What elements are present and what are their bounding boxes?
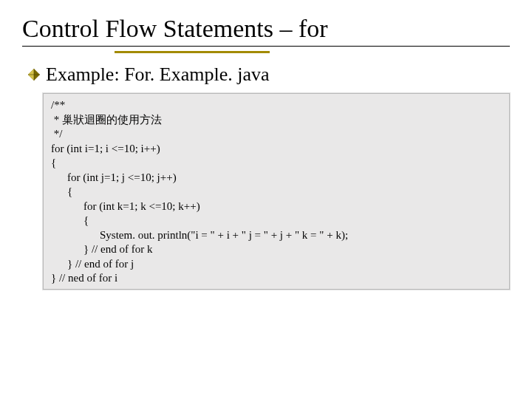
title-underline <box>22 46 510 47</box>
slide: Control Flow Statements – for Example: F… <box>0 0 532 399</box>
code-line: { <box>51 185 502 200</box>
code-line: /** <box>51 98 502 113</box>
code-line: } // ned of for i <box>51 271 502 286</box>
code-line: */ <box>51 127 502 142</box>
code-block: /** * 巢狀迴圈的使用方法 */ for (int i=1; i <=10;… <box>43 93 510 290</box>
code-line: System. out. println("i = " + i + " j = … <box>51 228 502 243</box>
code-line: { <box>51 214 502 228</box>
code-line: for (int j=1; j <=10; j++) <box>51 171 502 185</box>
bullet-text: Example: For. Example. java <box>46 64 270 86</box>
code-line: } // end of for k <box>51 242 502 257</box>
title-accent <box>115 51 270 53</box>
code-line: for (int k=1; k <=10; k++) <box>51 200 502 214</box>
code-line: } // end of for j <box>51 257 502 272</box>
page-title: Control Flow Statements – for <box>22 15 510 43</box>
compass-icon <box>28 69 40 81</box>
code-line: * 巢狀迴圈的使用方法 <box>51 113 502 128</box>
bullet-row: Example: For. Example. java <box>28 64 510 86</box>
code-line: { <box>51 156 502 171</box>
code-line: for (int i=1; i <=10; i++) <box>51 142 502 157</box>
